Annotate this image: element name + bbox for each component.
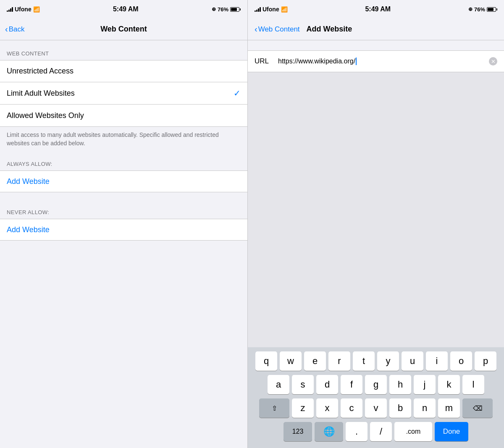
right-panel: Ufone 📶 5:49 AM ⊕ 76% ‹ Web Content Add … xyxy=(248,0,504,448)
web-content-section-header: WEB CONTENT xyxy=(0,50,247,60)
right-back-button[interactable]: ‹ Web Content xyxy=(255,24,300,34)
left-panel: Ufone 📶 5:49 AM ⊕ 76% ‹ Back Web Content… xyxy=(0,0,248,448)
limit-adult-websites-item[interactable]: Limit Adult Websites ✓ xyxy=(0,82,247,105)
right-carrier: Ufone xyxy=(262,6,279,13)
key-q[interactable]: q xyxy=(255,351,277,371)
url-field-row: URL https://www.wikipedia.org/ ✕ xyxy=(248,50,504,72)
key-k[interactable]: k xyxy=(438,375,460,394)
web-content-options-list: Unrestricted Access Limit Adult Websites… xyxy=(0,60,247,127)
left-page-title: Web Content xyxy=(100,25,147,34)
clear-icon: ✕ xyxy=(491,58,496,65)
key-slash[interactable]: / xyxy=(370,422,392,441)
left-back-label: Back xyxy=(9,25,25,34)
done-key[interactable]: Done xyxy=(435,422,468,441)
key-o[interactable]: o xyxy=(450,351,472,371)
key-i[interactable]: i xyxy=(426,351,448,371)
unrestricted-access-label: Unrestricted Access xyxy=(7,67,74,76)
right-location-icon: ⊕ xyxy=(468,6,472,12)
right-battery-pct: 76% xyxy=(474,6,485,13)
url-text: https://www.wikipedia.org/ xyxy=(278,58,355,65)
left-status-bar: Ufone 📶 5:49 AM ⊕ 76% xyxy=(0,0,247,18)
key-period[interactable]: . xyxy=(346,422,368,441)
url-label: URL xyxy=(255,57,271,65)
url-input-container: https://www.wikipedia.org/ ✕ xyxy=(278,57,497,65)
never-allow-add-website-button[interactable]: Add Website xyxy=(0,219,247,241)
always-allow-add-label: Add Website xyxy=(7,177,50,186)
left-battery-icon xyxy=(230,7,241,12)
left-signal-icon xyxy=(7,7,13,12)
key-l[interactable]: l xyxy=(462,375,484,394)
left-back-button[interactable]: ‹ Back xyxy=(5,24,24,34)
key-z[interactable]: z xyxy=(292,398,314,418)
key-n[interactable]: n xyxy=(414,398,436,418)
url-cursor xyxy=(356,58,357,65)
limit-adult-checkmark: ✓ xyxy=(234,88,241,98)
right-page-title: Add Website xyxy=(307,25,352,34)
key-b[interactable]: b xyxy=(389,398,411,418)
web-content-description: Limit access to many adult websites auto… xyxy=(0,127,247,154)
url-clear-button[interactable]: ✕ xyxy=(489,57,497,65)
shift-key[interactable]: ⇧ xyxy=(259,398,289,418)
right-empty-content xyxy=(248,72,504,347)
always-allow-add-website-button[interactable]: Add Website xyxy=(0,170,247,192)
right-wifi-icon: 📶 xyxy=(281,6,288,13)
key-r[interactable]: r xyxy=(328,351,350,371)
right-chevron-icon: ‹ xyxy=(255,24,257,34)
key-t[interactable]: t xyxy=(353,351,375,371)
key-g[interactable]: g xyxy=(365,375,387,394)
left-carrier: Ufone xyxy=(15,6,32,13)
url-value-display[interactable]: https://www.wikipedia.org/ xyxy=(278,58,489,65)
key-j[interactable]: j xyxy=(414,375,436,394)
key-c[interactable]: c xyxy=(341,398,362,418)
key-x[interactable]: x xyxy=(316,398,338,418)
key-y[interactable]: y xyxy=(377,351,399,371)
right-status-bar: Ufone 📶 5:49 AM ⊕ 76% xyxy=(248,0,504,18)
globe-key[interactable]: 🌐 xyxy=(315,422,343,441)
right-nav-bar: ‹ Web Content Add Website xyxy=(248,18,504,40)
left-right-icons: ⊕ 76% xyxy=(212,6,241,13)
key-d[interactable]: d xyxy=(316,375,338,394)
left-battery-pct: 76% xyxy=(218,6,228,13)
key-a[interactable]: a xyxy=(268,375,289,394)
never-allow-label: NEVER ALLOW: xyxy=(0,202,247,219)
keyboard: q w e r t y u i o p a s d f g h j k l ⇧ … xyxy=(248,347,504,448)
left-carrier-signal: Ufone 📶 xyxy=(7,6,40,13)
right-back-label: Web Content xyxy=(258,25,300,34)
right-carrier-signal: Ufone 📶 xyxy=(255,6,288,13)
allowed-websites-only-item[interactable]: Allowed Websites Only xyxy=(0,105,247,126)
keyboard-row-4: 123 🌐 . / .com Done xyxy=(249,422,502,441)
key-m[interactable]: m xyxy=(438,398,460,418)
key-h[interactable]: h xyxy=(389,375,411,394)
always-allow-label: ALWAYS ALLOW: xyxy=(0,154,247,170)
left-content: WEB CONTENT Unrestricted Access Limit Ad… xyxy=(0,40,247,448)
left-chevron-icon: ‹ xyxy=(5,24,8,34)
key-u[interactable]: u xyxy=(402,351,423,371)
key-w[interactable]: w xyxy=(280,351,302,371)
key-dotcom[interactable]: .com xyxy=(394,422,432,441)
allowed-websites-label: Allowed Websites Only xyxy=(7,111,84,120)
never-allow-add-label: Add Website xyxy=(7,225,50,234)
right-signal-icon xyxy=(255,7,261,12)
keyboard-row-3: ⇧ z x c v b n m ⌫ xyxy=(249,398,502,418)
unrestricted-access-item[interactable]: Unrestricted Access xyxy=(0,60,247,82)
spacer xyxy=(0,192,247,202)
key-p[interactable]: p xyxy=(475,351,496,371)
left-location-icon: ⊕ xyxy=(212,6,216,12)
limit-adult-label: Limit Adult Websites xyxy=(7,89,75,98)
left-nav-bar: ‹ Back Web Content xyxy=(0,18,247,40)
key-e[interactable]: e xyxy=(304,351,326,371)
keyboard-row-2: a s d f g h j k l xyxy=(249,375,502,394)
backspace-key[interactable]: ⌫ xyxy=(462,398,493,418)
keyboard-row-1: q w e r t y u i o p xyxy=(249,351,502,371)
key-123[interactable]: 123 xyxy=(284,422,312,441)
right-time: 5:49 AM xyxy=(365,5,391,13)
right-right-icons: ⊕ 76% xyxy=(468,6,497,13)
key-f[interactable]: f xyxy=(341,375,362,394)
key-s[interactable]: s xyxy=(292,375,314,394)
left-time: 5:49 AM xyxy=(113,5,139,13)
left-wifi-icon: 📶 xyxy=(33,6,40,13)
right-battery-icon xyxy=(487,7,497,12)
key-v[interactable]: v xyxy=(365,398,387,418)
